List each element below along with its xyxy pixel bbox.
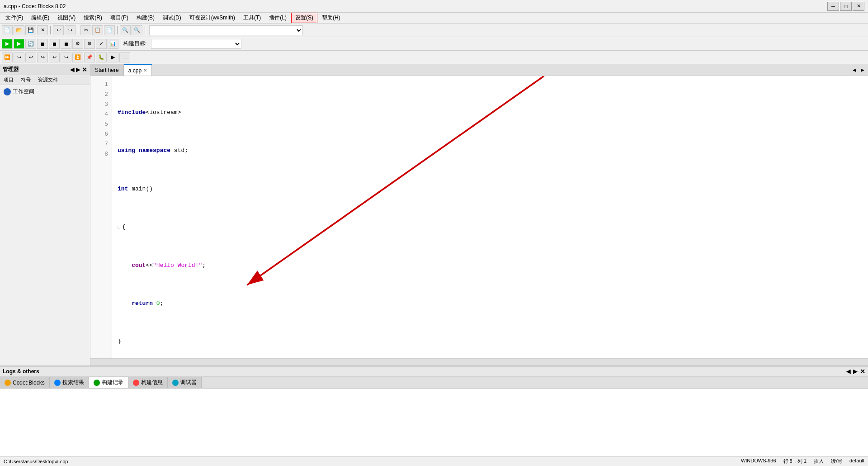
cut-button[interactable]: ✂ [80,25,91,35]
maximize-button[interactable]: □ [840,2,852,11]
fold-marker[interactable]: □ [118,224,120,231]
close-file-button[interactable]: ✕ [37,25,48,35]
code-editor[interactable]: 1 2 3 4 5 6 7 8 #include<iostream> using… [90,76,868,358]
tab-start-here[interactable]: Start here [90,64,124,76]
code-cout-keyword: cout [132,261,146,271]
menu-file[interactable]: 文件(F) [2,13,27,23]
build-target-toolbar: ▶ ▶ 🔄 ⏹ ⏹ ⏹ ⚙ ⚙ ✓ 📊 构建目标: [0,37,868,51]
sidebar-tab-project[interactable]: 项目 [0,75,17,85]
tabs-nav-right[interactable]: ▶ [859,67,866,73]
debug-up-btn[interactable]: ⏫ [72,52,83,62]
bottom-panel-nav-left[interactable]: ◀ [846,368,850,375]
menu-search[interactable]: 搜索(R) [80,13,106,23]
settings-btn[interactable]: ⚙ [72,39,83,49]
paste-button[interactable]: 📄 [104,25,115,35]
sidebar-tabs: 项目 符号 资源文件 [0,75,90,85]
bottom-panel-header: Logs & others ◀ ▶ ✕ [0,366,868,377]
build-target-label: 构建目标: [123,40,146,48]
open-file-button[interactable]: 📂 [14,25,24,35]
debug-play-btn[interactable]: ▶ [108,52,118,62]
debug-more-btn[interactable]: … [119,52,130,62]
line-num-6: 6 [90,129,112,139]
menu-settings[interactable]: 设置(S) [291,13,317,23]
menu-tools[interactable]: 工具(T) [240,13,264,23]
main-content: 管理器 ◀ ▶ ✕ 项目 符号 资源文件 工作空间 Start here [0,64,868,366]
bottom-tab-build-info[interactable]: 构建信息 [128,377,168,388]
build-target-dropdown[interactable] [151,39,241,49]
find-button[interactable]: 🔍 [120,25,131,35]
tab-close-button[interactable]: ✕ [143,68,147,73]
bottom-panel-nav-right[interactable]: ▶ [853,368,857,375]
bottom-tab-debugger[interactable]: 调试器 [168,377,202,388]
menu-view[interactable]: 视图(V) [54,13,79,23]
sidebar-nav-right[interactable]: ▶ [76,67,80,73]
line-num-3: 3 [90,100,112,109]
stop-button[interactable]: ⏹ [49,39,60,49]
replace-button[interactable]: 🔍 [132,25,142,35]
status-left: C:\Users\asus\Desktop\a.cpp [4,459,68,464]
code-include-header: <iostream> [146,108,181,118]
debug-bug-btn[interactable]: 🐛 [96,52,107,62]
close-window-button[interactable]: ✕ [853,2,864,11]
line-num-4: 4 [90,109,112,119]
debugger-tab-label: 调试器 [180,379,197,386]
sidebar-tab-resources[interactable]: 资源文件 [34,75,61,85]
debug-pin-btn[interactable]: 📌 [84,52,95,62]
menu-edit[interactable]: 编辑(E) [28,13,53,23]
code-content[interactable]: #include<iostream> using namespace std; … [112,76,868,358]
menu-plugins[interactable]: 插件(L) [265,13,290,23]
stats-btn[interactable]: 📊 [108,39,118,49]
bottom-tab-search[interactable]: 搜索结果 [50,377,89,388]
bottom-tab-codeblocks[interactable]: Code::Blocks [0,377,50,388]
menu-project[interactable]: 项目(P) [107,13,132,23]
refresh-button[interactable]: 🔄 [25,39,36,49]
bottom-panel: Logs & others ◀ ▶ ✕ Code::Blocks 搜索结果 构建… [0,366,868,456]
workspace-label: 工作空间 [13,88,34,95]
code-zero: 0 [156,299,160,309]
run-button[interactable]: ▶ [14,39,24,49]
copy-button[interactable]: 📋 [92,25,103,35]
tabs-nav-left[interactable]: ◀ [851,67,858,73]
stop2-button[interactable]: ⏹ [61,39,71,49]
save-button[interactable]: 💾 [25,25,36,35]
menu-wxsmith[interactable]: 可视设计(wxSmith) [186,13,239,23]
settings2-btn[interactable]: ⚙ [84,39,95,49]
toolbar-separator-5 [121,40,121,48]
undo-button[interactable]: ↩ [53,25,64,35]
toolbar-separator-1 [50,26,51,34]
search-dropdown[interactable] [149,25,303,35]
menu-debug[interactable]: 调试(D) [159,13,185,23]
debug-step-out-btn[interactable]: ↩ [25,52,36,62]
stop-build-button[interactable]: ⏹ [37,39,48,49]
sidebar-header: 管理器 ◀ ▶ ✕ [0,64,90,75]
bottom-tabs: Code::Blocks 搜索结果 构建记录 构建信息 调试器 [0,377,868,389]
debug-continue-btn[interactable]: ↪ [61,52,71,62]
build-play-button[interactable]: ▶ [2,39,13,49]
minimize-button[interactable]: ─ [827,2,839,11]
check-btn[interactable]: ✓ [96,39,107,49]
title-text: a.cpp - Code::Blocks 8.02 [4,3,66,10]
workspace-item[interactable]: 工作空间 [2,87,88,96]
menu-help[interactable]: 帮助(H) [318,13,344,23]
code-int-keyword: int [118,185,128,194]
menu-build[interactable]: 构建(B) [133,13,158,23]
line-num-1: 1 [90,80,112,90]
debug-step-btn[interactable]: ↪ [14,52,24,62]
bottom-panel-close-button[interactable]: ✕ [860,368,865,375]
debug-next-btn[interactable]: ⏩ [2,52,13,62]
redo-button[interactable]: ↪ [65,25,75,35]
debug-step-over-btn[interactable]: ↪ [37,52,48,62]
sidebar-close-button[interactable]: ✕ [82,66,87,73]
line-numbers: 1 2 3 4 5 6 7 8 [90,76,112,358]
search-tab-icon [54,380,61,386]
sidebar-tab-symbols[interactable]: 符号 [17,75,34,85]
bottom-tab-build-log[interactable]: 构建记录 [89,377,128,388]
toolbar-separator-4 [145,26,145,34]
sidebar-nav-left[interactable]: ◀ [70,67,74,73]
toolbar-separator-2 [78,26,78,34]
tab-acpp[interactable]: a.cpp ✕ [124,64,152,76]
editor-horizontal-scrollbar[interactable] [90,358,868,366]
new-file-button[interactable]: 📄 [2,25,13,35]
debug-run-btn[interactable]: ↩ [49,52,60,62]
file-toolbar: 📄 📂 💾 ✕ ↩ ↪ ✂ 📋 📄 🔍 🔍 [0,24,868,37]
